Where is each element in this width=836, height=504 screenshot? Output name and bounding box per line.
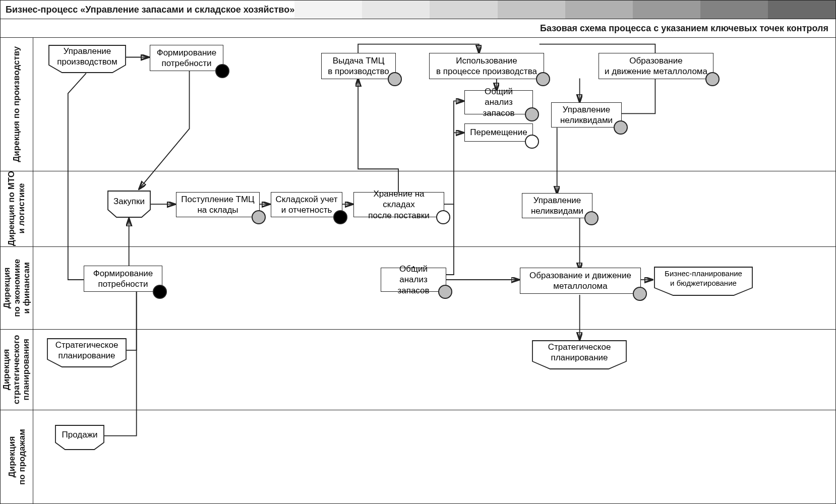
lane-label-sales: Дирекцияпо продажам [1, 410, 33, 504]
node-illiquid-2: Управлениенеликвидами [522, 193, 592, 218]
ext-business-planning: Бизнес-планированиеи бюджетирование [654, 267, 753, 296]
control-point-gray-4 [525, 107, 539, 121]
node-receipt: Поступление ТМЦна склады [176, 192, 260, 217]
node-form-need-1: Формированиепотребности [150, 45, 223, 71]
control-point-gray-5 [614, 120, 628, 135]
ext-strategic-planning-2: Стратегическоепланирование [532, 340, 627, 369]
node-use-in-production: Использованиев процессе производства [429, 53, 544, 79]
diagram-frame: Бизнес-процесс «Управление запасами и ск… [0, 0, 836, 504]
ext-purchases: Закупки [107, 191, 151, 218]
control-point-gray-6 [252, 210, 266, 224]
node-scrap-2: Образование и движениеметаллолома [520, 268, 641, 294]
control-point-black-1 [215, 64, 229, 78]
control-point-black-2 [153, 285, 167, 299]
node-stock-analysis-2: Общийанализ запасов [381, 268, 446, 292]
lane-sales: Дирекцияпо продажам [1, 410, 835, 504]
control-point-black-3 [333, 210, 347, 224]
control-point-gray-9 [633, 287, 647, 301]
header-gradient [294, 1, 835, 19]
title-bar: Бизнес-процесс «Управление запасами и ск… [1, 1, 835, 19]
lane-label-economics: Дирекцияпо экономикеи финансам [1, 246, 33, 329]
lane-label-mto: Дирекция по МТОи логистике [1, 171, 33, 246]
node-storage: Хранение на складахпосле поставки [353, 192, 444, 217]
ext-strategic-planning-1: Стратегическоепланирование [47, 338, 127, 367]
node-form-need-2: Формированиепотребности [84, 266, 162, 292]
control-point-gray-3 [705, 72, 720, 86]
control-point-gray-8 [438, 285, 452, 299]
node-illiquid-1: Управлениенеликвидами [551, 102, 622, 128]
ext-sales: Продажи [55, 425, 104, 450]
node-scrap-1: Образованиеи движение металлолома [599, 53, 713, 79]
control-point-white-1 [525, 135, 539, 149]
node-stock-analysis-1: Общийанализ запасов [464, 90, 533, 114]
control-point-gray-2 [536, 72, 550, 86]
node-issue-tmc: Выдача ТМЦв производство [321, 53, 396, 79]
node-accounting: Складской учети отчетность [271, 192, 342, 217]
control-point-white-2 [436, 210, 450, 224]
ext-production-mgmt: Управлениепроизводством [48, 45, 126, 73]
diagram-subtitle: Базовая схема процесса с указанием ключе… [1, 19, 835, 38]
lane-label-production: Дирекция по производству [1, 38, 33, 171]
node-movement: Перемещение [464, 123, 533, 142]
control-point-gray-7 [584, 211, 599, 225]
swimlanes: Дирекция по производству Дирекция по МТО… [1, 38, 835, 504]
control-point-gray-1 [388, 72, 402, 86]
lane-label-strategy: Дирекциястратегическогопланирования [1, 329, 33, 410]
diagram-title: Бизнес-процесс «Управление запасами и ск… [1, 5, 294, 15]
